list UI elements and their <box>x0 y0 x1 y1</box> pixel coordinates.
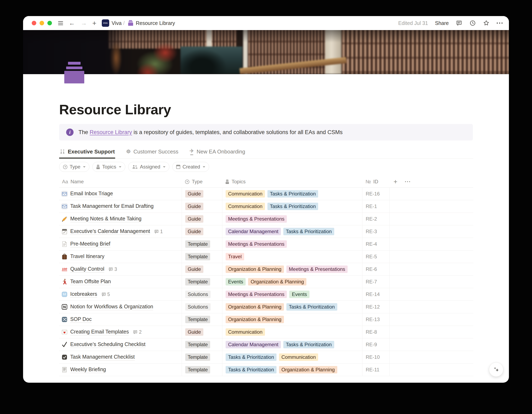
row-topics-cell[interactable]: Calendar ManagementTasks & Prioritizatio… <box>222 225 362 238</box>
comment-count[interactable]: 3 <box>108 266 117 272</box>
row-topics-cell[interactable]: Tasks & PrioritizationOrganization & Pla… <box>222 364 362 376</box>
row-page-link[interactable]: Pre-Meeting Brief <box>70 241 110 247</box>
row-name-cell[interactable]: Task Management for Email Drafting <box>59 200 182 213</box>
tag-organization-planning[interactable]: Organization & Planning <box>279 366 337 373</box>
tag-guide[interactable]: Guide <box>185 190 203 198</box>
column-header-type[interactable]: Type <box>182 176 222 188</box>
row-name-cell[interactable]: Executive’s Calendar Management1 <box>59 225 182 238</box>
tag-guide[interactable]: Guide <box>185 215 203 223</box>
tag-template[interactable]: Template <box>185 253 210 260</box>
tag-travel[interactable]: Travel <box>226 253 244 260</box>
row-name-cell[interactable]: Icebreakers5 <box>59 288 182 301</box>
favorite-star-icon[interactable] <box>483 20 490 26</box>
row-type-cell[interactable]: Template <box>182 276 222 288</box>
tag-solutions[interactable]: Solutions <box>185 303 210 310</box>
tag-guide[interactable]: Guide <box>185 228 203 235</box>
row-name-cell[interactable]: Creating Email Templates2 <box>59 326 182 338</box>
row-page-link[interactable]: Task Management for Email Drafting <box>70 203 153 210</box>
row-type-cell[interactable]: Solutions <box>182 301 222 313</box>
row-topics-cell[interactable]: Organization & PlanningMeetings & Presen… <box>222 263 362 275</box>
row-type-cell[interactable]: Template <box>182 250 222 263</box>
comment-count[interactable]: 2 <box>133 329 142 335</box>
tag-communication[interactable]: Communication <box>226 190 265 198</box>
row-page-link[interactable]: Team Offsite Plan <box>70 278 111 285</box>
tag-tasks-prioritization[interactable]: Tasks & Prioritization <box>267 203 318 210</box>
tab-customer-success[interactable]: ☸Customer Success <box>125 146 179 158</box>
row-page-link[interactable]: Meeting Notes & Minute Taking <box>70 216 142 222</box>
tag-guide[interactable]: Guide <box>185 328 203 336</box>
row-name-cell[interactable]: Team Offsite Plan <box>59 276 182 288</box>
add-column-icon[interactable]: + <box>394 178 398 185</box>
tag-communication[interactable]: Communication <box>226 203 265 210</box>
row-topics-cell[interactable]: Communication <box>222 326 362 338</box>
tag-template[interactable]: Template <box>185 353 210 361</box>
row-name-cell[interactable]: Task Management Checklist <box>59 351 182 363</box>
minimize-window-button[interactable] <box>39 21 44 25</box>
filter-chip-created[interactable]: Created <box>172 162 209 172</box>
tag-template[interactable]: Template <box>185 316 210 323</box>
tag-meetings-presentations[interactable]: Meetings & Presentations <box>226 215 287 223</box>
row-page-link[interactable]: Weekly Briefing <box>70 367 106 373</box>
row-type-cell[interactable]: Template <box>182 364 222 376</box>
row-name-cell[interactable]: Email Inbox Triage <box>59 188 182 200</box>
tag-tasks-prioritization[interactable]: Tasks & Prioritization <box>286 303 337 310</box>
column-header-topics[interactable]: Topics <box>222 176 362 188</box>
tab-executive-support[interactable]: Executive Support <box>59 146 115 158</box>
tag-organization-planning[interactable]: Organization & Planning <box>226 316 284 323</box>
tag-events[interactable]: Events <box>226 278 246 285</box>
tag-solutions[interactable]: Solutions <box>185 291 210 298</box>
tag-tasks-prioritization[interactable]: Tasks & Prioritization <box>283 228 334 235</box>
row-type-cell[interactable]: Template <box>182 313 222 326</box>
tag-tasks-prioritization[interactable]: Tasks & Prioritization <box>267 190 318 198</box>
filter-chip-topics[interactable]: Topics <box>92 162 125 172</box>
workspace-logo[interactable]: VIVA <box>102 19 109 27</box>
filter-chip-assigned[interactable]: Assigned <box>128 162 169 172</box>
row-page-link[interactable]: Executive’s Calendar Management <box>70 228 150 235</box>
tag-template[interactable]: Template <box>185 366 210 373</box>
zoom-window-button[interactable] <box>48 21 52 25</box>
table-options-icon[interactable] <box>405 181 410 182</box>
row-name-cell[interactable]: Pre-Meeting Brief <box>59 238 182 250</box>
tag-guide[interactable]: Guide <box>185 203 203 210</box>
column-header-name[interactable]: Aa Name <box>59 176 182 188</box>
row-type-cell[interactable]: Guide <box>182 188 222 200</box>
row-type-cell[interactable]: Solutions <box>182 288 222 301</box>
row-topics-cell[interactable]: Organization & Planning <box>222 313 362 326</box>
row-type-cell[interactable]: Guide <box>182 200 222 213</box>
tag-tasks-prioritization[interactable]: Tasks & Prioritization <box>226 366 276 373</box>
row-name-cell[interactable]: Travel Itinerary <box>59 250 182 263</box>
tag-template[interactable]: Template <box>185 341 210 348</box>
comments-icon[interactable] <box>456 20 462 26</box>
tag-calendar-management[interactable]: Calendar Management <box>226 341 281 348</box>
row-topics-cell[interactable]: EventsOrganization & Planning <box>222 276 362 288</box>
sidebar-toggle-icon[interactable] <box>58 21 63 25</box>
row-topics-cell[interactable]: CommunicationTasks & Prioritization <box>222 188 362 200</box>
row-topics-cell[interactable]: Organization & PlanningTasks & Prioritiz… <box>222 301 362 313</box>
tag-organization-planning[interactable]: Organization & Planning <box>226 265 284 273</box>
share-button[interactable]: Share <box>435 20 449 26</box>
row-type-cell[interactable]: Template <box>182 339 222 351</box>
row-type-cell[interactable]: Guide <box>182 326 222 338</box>
page-icon[interactable] <box>64 62 84 84</box>
row-topics-cell[interactable]: Travel <box>222 250 362 263</box>
row-name-cell[interactable]: SOP Doc <box>59 313 182 326</box>
row-page-link[interactable]: Executive’s Scheduling Checklist <box>70 341 145 348</box>
tag-meetings-presentations[interactable]: Meetings & Presentations <box>226 291 287 298</box>
tab-new-ea-onboarding[interactable]: ✈New EA Onboarding <box>189 146 246 158</box>
row-page-link[interactable]: Creating Email Templates <box>70 329 129 335</box>
breadcrumb-page[interactable]: Resource Library <box>136 20 175 26</box>
comment-count[interactable]: 5 <box>101 292 110 297</box>
ai-sparkles-button[interactable] <box>489 362 503 377</box>
history-icon[interactable] <box>469 20 476 26</box>
tag-communication[interactable]: Communication <box>226 328 265 336</box>
row-page-link[interactable]: Quality Control <box>70 266 104 273</box>
more-options-icon[interactable] <box>497 22 503 24</box>
tag-meetings-presentations[interactable]: Meetings & Presentations <box>286 265 348 273</box>
row-name-cell[interactable]: Meeting Notes & Minute Taking <box>59 213 182 225</box>
tag-tasks-prioritization[interactable]: Tasks & Prioritization <box>283 341 334 348</box>
row-page-link[interactable]: Email Inbox Triage <box>70 190 113 197</box>
tag-guide[interactable]: Guide <box>185 265 203 273</box>
tag-tasks-prioritization[interactable]: Tasks & Prioritization <box>226 353 276 361</box>
row-page-link[interactable]: Travel Itinerary <box>70 253 104 260</box>
tag-organization-planning[interactable]: Organization & Planning <box>248 278 306 285</box>
